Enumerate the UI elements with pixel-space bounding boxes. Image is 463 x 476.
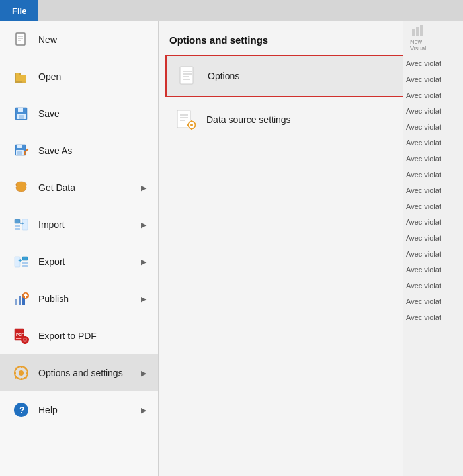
svg-text:PDF: PDF [16, 333, 24, 337]
sidebar-item-export-pdf-label: Export to PDF [38, 331, 146, 341]
svg-rect-26 [22, 257, 28, 260]
sidebar-item-help-label: Help [38, 405, 133, 415]
bg-row-5: Avec violat [403, 120, 463, 136]
options-document-icon [177, 65, 198, 87]
getdata-icon [12, 178, 30, 197]
export-icon [12, 253, 30, 271]
sidebar-item-save[interactable]: Save [0, 95, 158, 132]
bg-row-1: Avec violat [403, 57, 463, 73]
bg-content: NewVisual Avec violat Avec violat Avec v… [403, 21, 463, 476]
sidebar-item-export-label: Export [38, 257, 133, 267]
sidebar-item-getdata[interactable]: Get Data ▶ [0, 169, 158, 206]
bg-row-17: Avec violat [403, 311, 463, 327]
bg-row-8: Avec violat [403, 168, 463, 184]
svg-rect-44 [21, 339, 22, 340]
sidebar-item-export-pdf[interactable]: PDF Export to PDF [0, 317, 158, 354]
svg-rect-11 [19, 115, 24, 119]
sidebar-item-new[interactable]: New [0, 21, 158, 58]
svg-rect-75 [416, 27, 419, 36]
svg-rect-76 [420, 25, 423, 36]
svg-rect-70 [191, 120, 192, 122]
bg-row-14: Avec violat [403, 263, 463, 279]
svg-rect-25 [15, 257, 20, 267]
bg-rows: Avec violat Avec violat Avec violat Avec… [403, 54, 463, 329]
svg-rect-43 [24, 342, 26, 344]
svg-rect-45 [28, 339, 29, 340]
bg-row-3: Avec violat [403, 89, 463, 104]
svg-rect-32 [19, 296, 21, 305]
svg-text:?: ? [19, 405, 25, 415]
sidebar-item-import-label: Import [38, 219, 133, 230]
svg-rect-27 [22, 262, 28, 264]
help-arrow: ▶ [141, 406, 146, 415]
export-arrow: ▶ [141, 258, 146, 266]
app-container: File New [0, 0, 463, 476]
sidebar-item-options-settings[interactable]: Options and settings ▶ [0, 354, 158, 391]
svg-rect-72 [187, 124, 189, 126]
new-icon [12, 30, 30, 49]
bg-row-4: Avec violat [403, 104, 463, 120]
sidebar-item-new-label: New [38, 34, 146, 45]
bg-row-6: Avec violat [403, 136, 463, 152]
sidebar-item-publish[interactable]: Publish ▶ [0, 280, 158, 317]
sidebar-item-import[interactable]: Import ▶ [0, 206, 158, 243]
options-item-options[interactable]: Options [165, 55, 417, 97]
svg-rect-73 [195, 124, 196, 126]
svg-rect-49 [21, 378, 22, 380]
bg-row-12: Avec violat [403, 231, 463, 247]
svg-point-47 [19, 370, 24, 376]
options-item-options-label: Options [208, 71, 239, 81]
open-icon [12, 67, 30, 86]
svg-rect-22 [22, 219, 28, 230]
file-tab-bar: File [0, 0, 463, 21]
main-area: New Open [0, 21, 463, 476]
options-panel-title: Options and settings [159, 29, 423, 52]
svg-rect-71 [191, 128, 192, 130]
svg-rect-21 [15, 228, 20, 230]
file-tab[interactable]: File [0, 0, 38, 21]
svg-rect-9 [18, 108, 23, 112]
sidebar-item-open-label: Open [38, 71, 146, 82]
sidebar-item-open[interactable]: Open [0, 58, 158, 95]
import-icon [12, 216, 30, 234]
getdata-arrow: ▶ [141, 184, 146, 192]
sidebar: New Open [0, 21, 159, 476]
sidebar-item-save-label: Save [38, 108, 146, 119]
sidebar-item-help[interactable]: ? Help ▶ [0, 391, 158, 428]
options-item-datasource-label: Data source settings [206, 114, 291, 125]
options-settings-icon [12, 364, 30, 382]
svg-rect-42 [24, 336, 26, 337]
options-item-datasource[interactable]: Data source settings [165, 100, 417, 139]
sidebar-item-saveas[interactable]: Save As [0, 132, 158, 169]
bg-row-7: Avec violat [403, 152, 463, 168]
svg-rect-28 [22, 265, 28, 267]
bg-row-2: Avec violat [403, 73, 463, 89]
new-visual-label: NewVisual [410, 38, 426, 52]
bg-new-visual-btn: NewVisual [406, 22, 430, 53]
help-icon: ? [12, 401, 30, 419]
export-pdf-icon: PDF [12, 327, 30, 345]
bg-row-13: Avec violat [403, 247, 463, 263]
svg-point-69 [190, 124, 193, 126]
bg-row-15: Avec violat [403, 279, 463, 295]
datasource-gear-icon [176, 109, 197, 130]
bg-row-10: Avec violat [403, 200, 463, 216]
bg-toolbar: NewVisual [403, 21, 463, 54]
bg-row-9: Avec violat [403, 184, 463, 200]
options-settings-arrow: ▶ [141, 369, 146, 377]
svg-rect-0 [16, 33, 25, 45]
svg-rect-50 [14, 372, 16, 374]
svg-rect-74 [412, 29, 415, 36]
svg-rect-15 [17, 151, 22, 155]
publish-icon [12, 290, 30, 308]
sidebar-item-export[interactable]: Export ▶ [0, 243, 158, 280]
options-panel: Options and settings Options [159, 21, 423, 139]
publish-arrow: ▶ [141, 295, 146, 303]
save-icon [12, 104, 30, 123]
svg-point-41 [24, 339, 26, 341]
svg-rect-51 [26, 372, 28, 374]
sidebar-item-options-settings-label: Options and settings [38, 368, 133, 378]
saveas-icon [12, 141, 30, 160]
import-arrow: ▶ [141, 221, 146, 229]
svg-rect-5 [15, 73, 16, 83]
